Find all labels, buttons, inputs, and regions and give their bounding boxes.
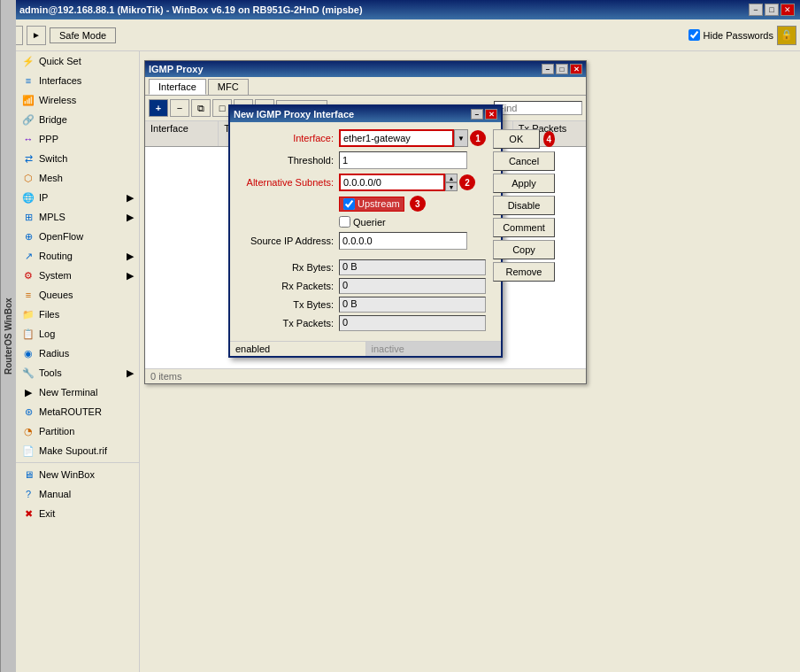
bridge-icon: 🔗 xyxy=(21,112,35,127)
igmp-add-btn[interactable]: + xyxy=(149,99,168,117)
title-bar-left: 🖥 admin@192.168.88.1 (MikroTik) - WinBox… xyxy=(5,4,363,16)
interface-badge: 1 xyxy=(470,130,486,146)
sidebar-item-label: Quick Set xyxy=(39,56,81,66)
system-item-left: ⚙ System xyxy=(21,268,72,282)
ip-item-left: 🌐 IP xyxy=(21,190,48,205)
disable-button[interactable]: Disable xyxy=(493,196,555,215)
minimize-button[interactable]: − xyxy=(749,4,763,16)
sidebar-item-new-terminal[interactable]: ▶ New Terminal xyxy=(16,382,139,402)
source-ip-input[interactable] xyxy=(339,232,467,250)
sidebar-item-partition[interactable]: ◔ Partition xyxy=(16,421,139,441)
alt-subnets-input[interactable] xyxy=(339,174,445,191)
sidebar-item-label: Radius xyxy=(39,348,69,359)
forward-button[interactable]: ► xyxy=(27,26,46,45)
upstream-checkbox[interactable] xyxy=(343,198,355,210)
ok-button[interactable]: OK xyxy=(493,129,540,149)
copy-button[interactable]: Copy xyxy=(493,240,555,259)
metarouter-icon: ⊛ xyxy=(21,405,35,419)
sidebar-item-quick-set[interactable]: ⚡ Quick Set xyxy=(16,51,139,71)
querier-checkbox[interactable] xyxy=(339,216,350,228)
openflow-icon: ⊕ xyxy=(21,229,35,243)
hide-passwords-checkbox[interactable] xyxy=(688,29,700,41)
tx-bytes-label: Tx Bytes: xyxy=(237,299,339,310)
igmp-remove-btn[interactable]: − xyxy=(170,99,189,117)
sidebar-item-files[interactable]: 📁 Files xyxy=(16,305,139,324)
alt-subnets-spin[interactable]: ▲ ▼ xyxy=(445,174,458,191)
sidebar-item-wireless[interactable]: 📶 Wireless xyxy=(16,90,139,110)
sidebar-item-tools[interactable]: 🔧 Tools ▶ xyxy=(16,363,139,382)
interface-dropdown-btn[interactable]: ▼ xyxy=(454,129,468,147)
sidebar-item-mesh[interactable]: ⬡ Mesh xyxy=(16,168,139,188)
comment-button[interactable]: Comment xyxy=(493,218,555,237)
sidebar-item-label: Queues xyxy=(39,290,73,300)
sidebar-item-mpls[interactable]: ⊞ MPLS ▶ xyxy=(16,207,139,227)
sidebar-item-ppp[interactable]: ↔ PPP xyxy=(16,129,139,149)
tab-interface[interactable]: Interface xyxy=(149,79,206,95)
querier-label[interactable]: Querier xyxy=(339,216,386,228)
sidebar-item-system[interactable]: ⚙ System ▶ xyxy=(16,266,139,285)
upstream-label[interactable]: Upstream xyxy=(339,197,404,212)
igmp-find-input[interactable] xyxy=(494,101,582,115)
sidebar-item-label: Bridge xyxy=(39,114,67,125)
sidebar-divider xyxy=(16,462,139,463)
sidebar-item-routing[interactable]: ↗ Routing ▶ xyxy=(16,246,139,266)
close-button[interactable]: ✕ xyxy=(781,4,795,16)
igmp-maximize-btn[interactable]: □ xyxy=(556,64,568,74)
sidebar-item-label: Exit xyxy=(39,508,55,519)
interface-label: Interface: xyxy=(237,133,339,143)
tab-mfc[interactable]: MFC xyxy=(208,79,249,95)
top-toolbar: ◄ ► Safe Mode Hide Passwords 🔒 xyxy=(0,19,800,51)
sidebar-item-interfaces[interactable]: ≡ Interfaces xyxy=(16,71,139,90)
apply-button[interactable]: Apply xyxy=(493,174,555,193)
new-igmp-title: New IGMP Proxy Interface xyxy=(234,109,354,120)
sidebar-item-radius[interactable]: ◉ Radius xyxy=(16,344,139,363)
sidebar-item-switch[interactable]: ⇄ Switch xyxy=(16,149,139,168)
rx-bytes-value: 0 B xyxy=(339,259,486,275)
hide-passwords-label: Hide Passwords xyxy=(704,30,773,41)
sidebar-item-label: Manual xyxy=(39,489,71,499)
exit-icon: ✖ xyxy=(21,506,35,521)
routing-arrow: ▶ xyxy=(127,251,134,262)
cancel-button[interactable]: Cancel xyxy=(493,151,555,171)
dialog-fields: Interface: ▼ 1 Threshold: Al xyxy=(237,129,486,334)
main-layout: RouterOS WinBox ⚡ Quick Set ≡ Interfaces… xyxy=(0,51,800,672)
sidebar-item-label: OpenFlow xyxy=(39,231,83,242)
igmp-close-btn[interactable]: ✕ xyxy=(570,64,582,74)
sidebar-item-log[interactable]: 📋 Log xyxy=(16,324,139,344)
dialog-buttons: OK 4 Cancel Apply Disable Comment Copy R… xyxy=(493,129,555,334)
ok-badge: 4 xyxy=(543,131,555,147)
sidebar-item-label: MetaROUTER xyxy=(39,406,102,417)
sidebar-item-make-supout[interactable]: 📄 Make Supout.rif xyxy=(16,441,139,460)
new-igmp-min-btn[interactable]: − xyxy=(471,109,483,120)
sidebar-item-ip[interactable]: 🌐 IP ▶ xyxy=(16,188,139,207)
rx-packets-value: 0 xyxy=(339,278,486,294)
sidebar-item-manual[interactable]: ? Manual xyxy=(16,484,139,504)
igmp-minimize-btn[interactable]: − xyxy=(542,64,554,74)
igmp-titlebar-controls[interactable]: − □ ✕ xyxy=(542,64,582,74)
title-bar-controls[interactable]: − □ ✕ xyxy=(749,4,795,16)
new-igmp-close-btn[interactable]: ✕ xyxy=(485,109,497,120)
sidebar-item-bridge[interactable]: 🔗 Bridge xyxy=(16,110,139,129)
new-igmp-controls[interactable]: − ✕ xyxy=(471,109,497,120)
alt-subnets-badge: 2 xyxy=(459,174,475,190)
sidebar-item-openflow[interactable]: ⊕ OpenFlow xyxy=(16,227,139,246)
maximize-button[interactable]: □ xyxy=(765,4,779,16)
igmp-copy-btn[interactable]: ⧉ xyxy=(191,99,211,117)
sidebar-item-exit[interactable]: ✖ Exit xyxy=(16,504,139,523)
sidebar-item-label: Routing xyxy=(39,251,73,261)
sidebar-item-new-winbox[interactable]: 🖥 New WinBox xyxy=(16,465,139,484)
spin-down-btn[interactable]: ▼ xyxy=(445,182,458,191)
igmp-items-count: 0 items xyxy=(145,368,586,383)
radius-icon: ◉ xyxy=(21,346,35,360)
sidebar-item-label: Tools xyxy=(39,367,62,378)
spin-up-btn[interactable]: ▲ xyxy=(445,174,458,182)
interface-input[interactable] xyxy=(339,129,454,147)
sidebar-item-metarouter[interactable]: ⊛ MetaROUTER xyxy=(16,402,139,421)
files-icon: 📁 xyxy=(21,307,35,321)
interfaces-icon: ≡ xyxy=(21,73,35,88)
threshold-input[interactable] xyxy=(339,151,467,169)
safe-mode-button[interactable]: Safe Mode xyxy=(50,27,116,43)
remove-button[interactable]: Remove xyxy=(493,262,555,282)
sidebar-item-queues[interactable]: ≡ Queues xyxy=(16,285,139,305)
system-arrow: ▶ xyxy=(127,270,134,282)
